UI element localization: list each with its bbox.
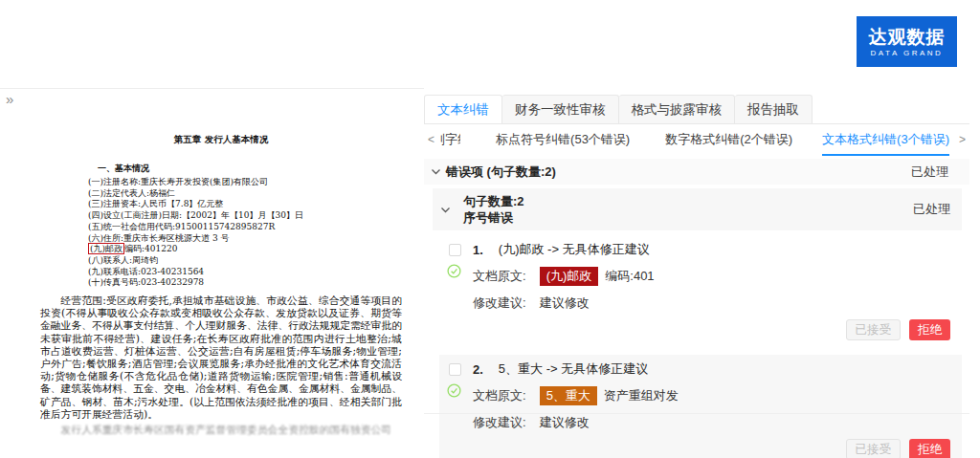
card-status-text: 已处理 — [913, 201, 950, 218]
collapse-panel-icon[interactable]: » — [6, 91, 13, 107]
item-title: (九)邮政 -> 无具体修正建议 — [499, 241, 650, 258]
sentence-card-labels: 句子数量:2 序号错误 — [463, 193, 524, 226]
prev-arrow-icon[interactable]: < — [424, 133, 438, 146]
suggestion-row: 修改建议: 建议修改 — [473, 414, 950, 431]
original-text-label: 文档原文: — [473, 387, 526, 404]
document-section-heading: 一、基本情况 — [98, 163, 402, 175]
error-items-list: 1. (九)邮政 -> 无具体修正建议 文档原文: (九)邮政 编码:401 修… — [439, 235, 962, 458]
subtab-text-format-correction[interactable]: 文本格式纠错(3个错误) — [822, 131, 949, 148]
error-group-label: 错误项 (句子数量:2) — [446, 164, 556, 181]
reject-button[interactable]: 拒绝 — [909, 319, 950, 340]
document-chapter-title: 第五章 发行人基本情况 — [40, 134, 402, 146]
tab-text-correction[interactable]: 文本纠错 — [424, 95, 502, 123]
suggestion-label: 修改建议: — [473, 294, 526, 312]
error-group-header[interactable]: 错误项 (句子数量:2) 已处理 — [424, 159, 969, 185]
subtab-typo-correction[interactable]: 别字纠错(9个错误) — [440, 131, 460, 148]
error-text-chip: (九)邮政 — [540, 267, 599, 286]
sentence-count-label: 句子数量:2 — [463, 193, 524, 209]
error-item-2: 2. 5、重大 -> 无具体修正建议 文档原文: 5、重大 资产重组对发 修改建… — [439, 355, 962, 458]
error-category-tabs: < 别字纠错(9个错误) 标点符号纠错(53个错误) 数字格式纠错(2个错误) … — [424, 124, 969, 155]
document-line: (一)注册名称:重庆长寿开发投资(集团)有限公司 — [88, 177, 402, 188]
chevron-down-icon[interactable] — [438, 205, 452, 215]
app-screen: 达观数据 DATA GRAND » 第五章 发行人基本情况 一、基本情况 (一)… — [0, 0, 980, 458]
sentence-group-card[interactable]: 句子数量:2 序号错误 已处理 — [433, 188, 962, 230]
check-circle-icon — [447, 264, 461, 282]
next-arrow-icon[interactable]: > — [955, 133, 969, 146]
item-title: 5、重大 -> 无具体修正建议 — [499, 360, 648, 378]
review-panel: 文本纠错 财务一致性审核 格式与披露审核 报告抽取 < 别字纠错(9个错误) 标… — [424, 95, 969, 425]
original-text-row: 文档原文: (九)邮政 编码:401 — [473, 267, 950, 286]
item-checkbox[interactable] — [449, 244, 461, 256]
suggestion-text: 建议修改 — [540, 294, 590, 312]
document-blurred-line: 发行人系重庆市长寿区国有资产监督管理委员会全资控股的国有独资公司 — [40, 424, 402, 437]
chevron-down-icon[interactable] — [429, 166, 442, 177]
suggestion-label: 修改建议: — [473, 414, 526, 431]
item-title-row: 1. (九)邮政 -> 无具体修正建议 — [473, 241, 950, 258]
brand-name-en: DATA GRAND — [871, 49, 944, 57]
document-line: (六)住所:重庆市长寿区桃源大道 3 号 — [88, 233, 402, 245]
document-line: (九)联系电话:023-40231564 — [88, 267, 402, 278]
document-paragraph: 经营范围:受区政府委托,承担城市基础设施、市政公益、综合交通等项目的投资(不得从… — [40, 294, 402, 421]
suggestion-row: 修改建议: 建议修改 — [473, 294, 950, 312]
group-status-text: 已处理 — [911, 164, 948, 181]
accepted-button[interactable]: 已接受 — [846, 319, 902, 340]
tab-format-disclosure[interactable]: 格式与披露审核 — [619, 95, 736, 123]
document-line: (五)统一社会信用代码:91500115742895827R — [88, 222, 402, 233]
document-line: (十)传真号码:023-40232978 — [88, 277, 402, 289]
document-line: (四)设立(工商注册)日期:【2002】年【10】月【30】日 — [88, 210, 402, 222]
subtab-number-format-correction[interactable]: 数字格式纠错(2个错误) — [665, 131, 792, 148]
brand-logo: 达观数据 DATA GRAND — [857, 16, 957, 67]
main-tabs: 文本纠错 财务一致性审核 格式与披露审核 报告抽取 — [424, 95, 969, 124]
error-highlight-box[interactable]: (九)邮政 — [88, 243, 124, 254]
document-page: 第五章 发行人基本情况 一、基本情况 (一)注册名称:重庆长寿开发投资(集团)有… — [40, 107, 402, 437]
document-line-highlighted: (九)邮政编码:401220 — [88, 244, 402, 255]
error-text-chip: 5、重大 — [540, 386, 597, 405]
tab-report-extraction[interactable]: 报告抽取 — [735, 95, 813, 123]
sequence-error-label: 序号错误 — [463, 209, 524, 226]
item-title-row: 2. 5、重大 -> 无具体修正建议 — [473, 360, 950, 378]
check-circle-icon — [447, 383, 461, 402]
item-number: 2. — [473, 362, 483, 377]
item-checkbox[interactable] — [449, 363, 461, 376]
item-actions: 已接受 拒绝 — [473, 439, 950, 458]
brand-name: 达观数据 — [869, 27, 946, 47]
document-line: (三)注册资本:人民币【7.8】亿元整 — [88, 199, 402, 210]
original-text-after: 资产重组对发 — [604, 387, 679, 404]
tab-financial-consistency[interactable]: 财务一致性审核 — [502, 95, 619, 123]
header-divider — [0, 88, 424, 89]
error-item-1: 1. (九)邮政 -> 无具体修正建议 文档原文: (九)邮政 编码:401 修… — [439, 235, 962, 348]
document-line-rest: 编码:401220 — [124, 244, 177, 253]
original-text-label: 文档原文: — [473, 268, 526, 285]
document-line: (八)联系人:周琦钧 — [88, 255, 402, 267]
item-number: 1. — [473, 243, 483, 257]
accepted-button[interactable]: 已接受 — [846, 439, 902, 458]
original-text-row: 文档原文: 5、重大 资产重组对发 — [473, 386, 950, 405]
subtab-punctuation-correction[interactable]: 标点符号纠错(53个错误) — [496, 131, 630, 148]
reject-button[interactable]: 拒绝 — [909, 439, 950, 458]
suggestion-text: 建议修改 — [540, 414, 590, 431]
item-actions: 已接受 拒绝 — [473, 319, 950, 340]
panel-bottom-divider — [424, 413, 969, 414]
document-line: (二)法定代表人:杨福仁 — [88, 188, 402, 200]
original-text-after: 编码:401 — [605, 268, 654, 285]
